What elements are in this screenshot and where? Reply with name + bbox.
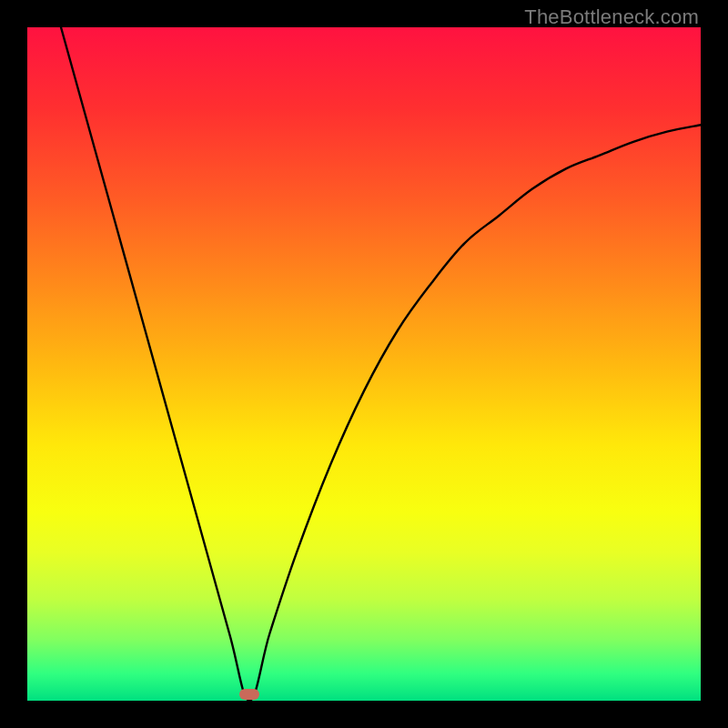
chart-frame: TheBottleneck.com <box>0 0 728 728</box>
plot-area <box>27 27 701 701</box>
bottleneck-curve <box>61 27 701 701</box>
optimal-point-marker <box>239 689 259 700</box>
watermark-text: TheBottleneck.com <box>524 5 699 29</box>
curve-svg <box>27 27 701 701</box>
